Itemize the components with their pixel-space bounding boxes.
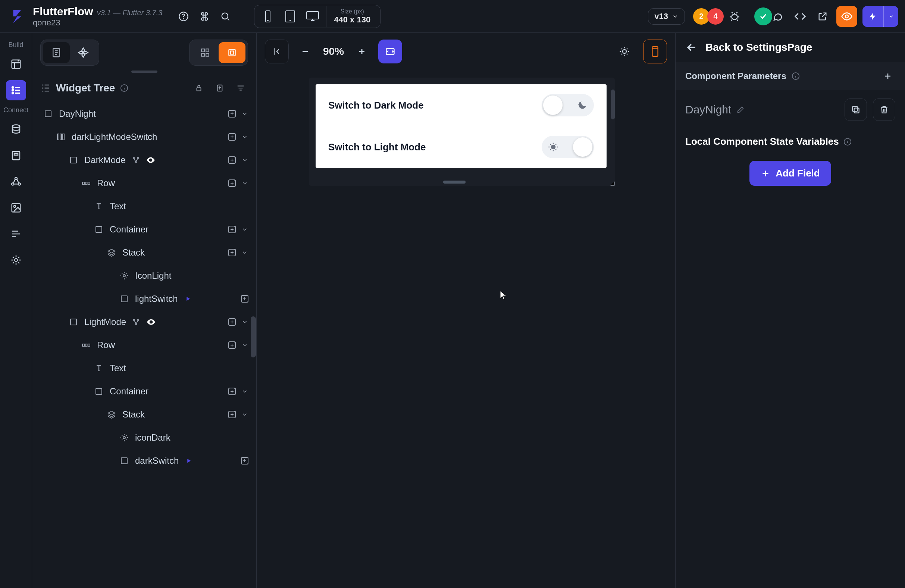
component-preview: Switch to Dark Mode Switch to Light Mode [316, 84, 607, 168]
fit-to-screen-button[interactable] [378, 40, 402, 64]
theme-toggle-button[interactable] [613, 40, 637, 64]
dark-mode-switch[interactable] [541, 94, 594, 116]
canvas-area: 90% Switch to Dark Mode [257, 33, 675, 588]
box-icon [93, 386, 105, 397]
expand-icon[interactable] [240, 386, 249, 396]
device-tablet-button[interactable] [279, 6, 302, 27]
rail-database-button[interactable] [6, 119, 26, 140]
device-frame-button[interactable] [643, 40, 667, 64]
rail-dashboard-button[interactable] [6, 54, 26, 74]
add-widget-icon[interactable] [227, 386, 237, 396]
play-icon[interactable] [184, 456, 194, 466]
visibility-icon[interactable] [146, 155, 156, 165]
expand-icon[interactable] [240, 340, 249, 350]
tree-node-container[interactable]: Container [32, 380, 256, 403]
run-dropdown-button[interactable] [883, 6, 898, 27]
rail-widget-tree-button[interactable] [6, 80, 26, 100]
rail-data-types-button[interactable] [6, 146, 26, 166]
add-widget-icon[interactable] [227, 410, 237, 420]
delete-button[interactable] [873, 99, 895, 121]
help-button[interactable] [175, 8, 192, 25]
add-parameter-button[interactable] [880, 68, 895, 84]
collapse-panel-button[interactable] [265, 40, 289, 64]
tree-node-icondark[interactable]: iconDark [32, 426, 256, 449]
add-widget-icon[interactable] [240, 456, 249, 466]
rail-settings-button[interactable] [6, 250, 26, 270]
tree-node-darkmode[interactable]: DarkMode [32, 148, 256, 172]
resize-handle-icon[interactable] [608, 179, 616, 186]
surface-drag-handle[interactable] [443, 181, 465, 184]
add-widget-icon[interactable] [227, 155, 237, 165]
tree-node-text[interactable]: Text [32, 195, 256, 218]
rail-custom-code-button[interactable] [6, 224, 26, 244]
expand-icon[interactable] [240, 109, 249, 119]
info-icon[interactable] [792, 72, 800, 80]
code-view-button[interactable] [792, 8, 809, 25]
expand-icon[interactable] [240, 248, 249, 257]
tree-node-daynight[interactable]: DayNight [32, 102, 256, 126]
pages-tab[interactable] [43, 42, 70, 63]
edit-icon[interactable] [737, 106, 745, 114]
search-button[interactable] [217, 8, 234, 25]
lock-button[interactable] [191, 81, 206, 95]
rail-api-button[interactable] [6, 172, 26, 192]
play-icon[interactable] [183, 294, 193, 304]
duplicate-button[interactable] [845, 99, 867, 121]
tree-node-lightswitch[interactable]: lightSwitch [32, 287, 256, 310]
add-widget-icon[interactable] [227, 248, 237, 257]
tree-node-lightmode[interactable]: LightMode [32, 310, 256, 334]
back-button[interactable] [685, 41, 698, 54]
tree-node-row[interactable]: Row [32, 172, 256, 195]
tree-node-stack[interactable]: Stack [32, 241, 256, 264]
open-external-button[interactable] [814, 8, 831, 25]
zoom-out-button[interactable] [295, 40, 315, 64]
run-button[interactable] [862, 6, 883, 27]
zoom-in-button[interactable] [352, 40, 372, 64]
expand-icon[interactable] [240, 155, 249, 165]
add-widget-icon[interactable] [227, 109, 237, 119]
version-selector[interactable]: v13 [648, 8, 685, 25]
tree-title-text: Widget Tree [56, 82, 115, 94]
add-widget-icon[interactable] [227, 225, 237, 234]
tree-node-row[interactable]: Row [32, 334, 256, 357]
rail-media-button[interactable] [6, 198, 26, 218]
add-widget-icon[interactable] [227, 317, 237, 327]
components-tab[interactable] [70, 42, 97, 63]
info-icon[interactable] [120, 84, 128, 92]
device-desktop-button[interactable] [302, 6, 324, 27]
tree-node-darklightmodeswitch[interactable]: darkLightModeSwitch [32, 126, 256, 148]
expand-icon[interactable] [240, 225, 249, 234]
issues-badge-group[interactable]: 2 4 [693, 8, 743, 25]
expand-button[interactable] [212, 81, 227, 95]
add-widget-icon[interactable] [227, 340, 237, 350]
expand-icon[interactable] [240, 410, 249, 420]
add-widget-icon[interactable] [240, 294, 249, 304]
surface-scrollbar[interactable] [611, 89, 615, 119]
tree-node-text[interactable]: Text [32, 357, 256, 380]
box-icon [93, 224, 105, 235]
sort-button[interactable] [233, 81, 248, 95]
tree-node-container[interactable]: Container [32, 218, 256, 241]
project-name: qone23 [33, 18, 162, 28]
expand-icon[interactable] [240, 178, 249, 188]
add-widget-icon[interactable] [227, 132, 237, 142]
info-icon[interactable] [843, 138, 852, 146]
command-palette-button[interactable] [196, 8, 213, 25]
expand-icon[interactable] [240, 132, 249, 142]
design-surface[interactable]: Switch to Dark Mode Switch to Light Mode [309, 78, 615, 186]
grid-layout-tab[interactable] [192, 42, 219, 63]
tree-node-stack[interactable]: Stack [32, 403, 256, 426]
tree-scrollbar[interactable] [251, 316, 256, 358]
canvas-layout-tab[interactable] [219, 42, 246, 63]
visibility-icon[interactable] [146, 317, 156, 327]
light-mode-switch[interactable] [541, 136, 594, 158]
tree-node-darkswitch[interactable]: darkSwitch [32, 449, 256, 472]
add-field-button[interactable]: Add Field [749, 161, 831, 186]
panel-resize-handle[interactable] [32, 69, 256, 74]
tree-node-iconlight[interactable]: IconLight [32, 264, 256, 287]
expand-icon[interactable] [240, 317, 249, 327]
add-widget-icon[interactable] [227, 178, 237, 188]
preview-button[interactable] [836, 6, 857, 27]
device-phone-button[interactable] [257, 6, 279, 27]
comments-button[interactable] [769, 8, 786, 25]
